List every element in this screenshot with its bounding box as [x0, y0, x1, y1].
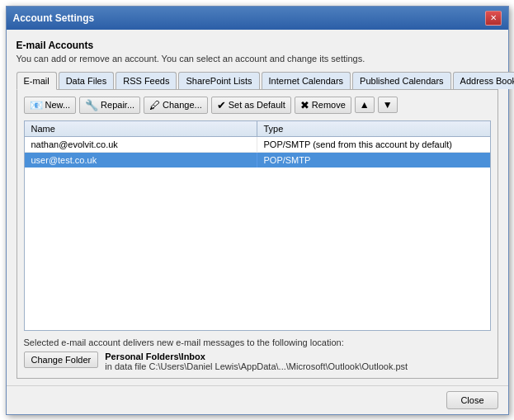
folder-name: Personal Folders\Inbox [105, 352, 408, 361]
title-bar-controls: ✕ [485, 11, 502, 26]
tabs-row: E-mail Data Files RSS Feeds SharePoint L… [17, 72, 498, 90]
accounts-toolbar: 📧 New... 🔧 Repair... 🖊 Change... ✔ Set a… [24, 97, 491, 114]
remove-label: Remove [312, 100, 346, 110]
close-dialog-button[interactable]: Close [446, 391, 497, 409]
tab-rss-feeds[interactable]: RSS Feeds [116, 72, 177, 89]
table-header: Name Type [25, 121, 490, 137]
tab-sharepoint[interactable]: SharePoint Lists [178, 72, 259, 89]
table-row[interactable]: user@test.co.uk POP/SMTP [25, 153, 490, 168]
move-up-button[interactable]: ▲ [355, 97, 375, 113]
remove-button[interactable]: ✖ Remove [295, 97, 351, 114]
folder-path: in data file C:\Users\Daniel Lewis\AppDa… [105, 361, 408, 371]
account-name-2: user@test.co.uk [25, 153, 257, 168]
new-label: New... [45, 100, 71, 110]
accounts-table[interactable]: Name Type nathan@evolvit.co.uk POP/SMTP … [24, 120, 491, 331]
tab-published-calendars[interactable]: Published Calendars [352, 72, 451, 89]
bottom-bar: Close [7, 385, 508, 414]
section-description: You can add or remove an account. You ca… [17, 54, 498, 64]
title-bar: Account Settings ✕ [7, 7, 508, 30]
set-default-label: Set as Default [229, 100, 285, 110]
delivery-label: Selected e-mail account delivers new e-m… [24, 337, 491, 347]
new-icon: 📧 [30, 99, 43, 111]
checkmark-icon: ✔ [217, 99, 226, 111]
repair-icon: 🔧 [85, 99, 98, 111]
tab-data-files[interactable]: Data Files [59, 72, 115, 89]
content-area: E-mail Accounts You can add or remove an… [7, 30, 508, 385]
down-arrow-icon: ▼ [383, 99, 393, 111]
repair-label: Repair... [101, 100, 134, 110]
account-type-1: POP/SMTP (send from this account by defa… [257, 137, 490, 152]
account-type-2: POP/SMTP [257, 153, 490, 168]
column-header-type: Type [257, 121, 490, 136]
tab-address-books[interactable]: Address Books [453, 72, 514, 89]
account-name-1: nathan@evolvit.co.uk [25, 137, 257, 152]
change-folder-button[interactable]: Change Folder [24, 352, 99, 368]
window-close-button[interactable]: ✕ [485, 11, 502, 26]
column-header-name: Name [25, 121, 257, 136]
folder-info: Personal Folders\Inbox in data file C:\U… [105, 352, 408, 371]
tab-content-email: 📧 New... 🔧 Repair... 🖊 Change... ✔ Set a… [17, 90, 498, 379]
account-settings-window: Account Settings ✕ E-mail Accounts You c… [6, 6, 509, 415]
tab-email[interactable]: E-mail [17, 72, 57, 90]
section-title: E-mail Accounts [17, 40, 498, 51]
repair-button[interactable]: 🔧 Repair... [79, 97, 140, 114]
tab-internet-calendars[interactable]: Internet Calendars [262, 72, 351, 89]
set-default-button[interactable]: ✔ Set as Default [211, 97, 291, 114]
footer-section: Selected e-mail account delivers new e-m… [24, 337, 491, 371]
up-arrow-icon: ▲ [360, 99, 370, 111]
change-button[interactable]: 🖊 Change... [144, 97, 208, 114]
change-icon: 🖊 [149, 99, 160, 111]
window-title: Account Settings [13, 12, 95, 24]
new-button[interactable]: 📧 New... [24, 97, 77, 114]
footer-row: Change Folder Personal Folders\Inbox in … [24, 352, 491, 371]
change-label: Change... [163, 100, 202, 110]
table-row[interactable]: nathan@evolvit.co.uk POP/SMTP (send from… [25, 137, 490, 153]
remove-icon: ✖ [300, 99, 309, 111]
move-down-button[interactable]: ▼ [378, 97, 398, 113]
